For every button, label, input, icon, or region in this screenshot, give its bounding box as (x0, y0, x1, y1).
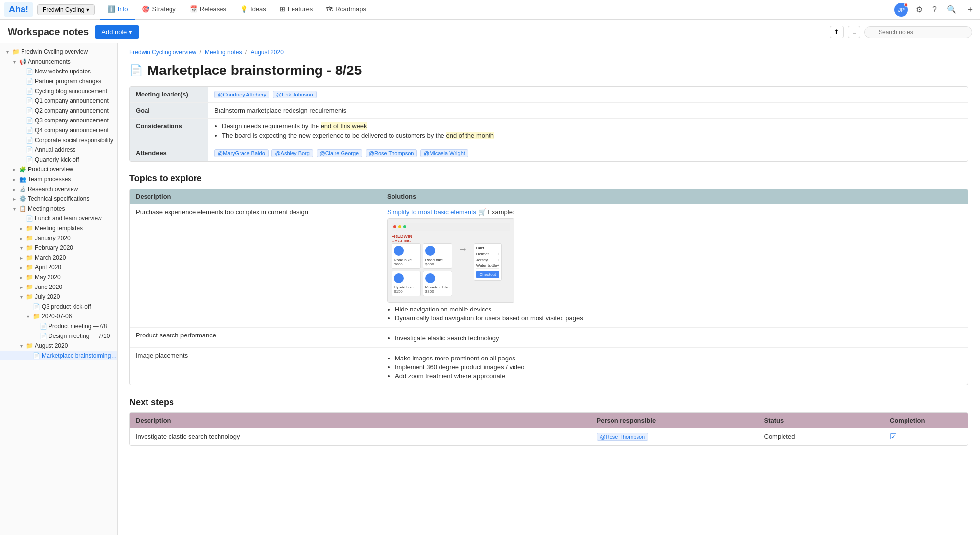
breadcrumb-part[interactable]: Meeting notes (205, 49, 242, 56)
sidebar-item[interactable]: ▸👥Team processes (0, 174, 117, 184)
tree-toggle[interactable]: ▾ (18, 343, 24, 349)
sidebar-item[interactable]: ▸📁April 2020 (0, 263, 117, 272)
sidebar-item[interactable]: 📄Marketplace brainstorming - 8/25 (0, 351, 117, 360)
goal-value: Brainstorm marketplace redesign requirem… (208, 103, 968, 119)
sidebar-item[interactable]: ▸📁June 2020 (0, 282, 117, 292)
tree-toggle[interactable]: ▸ (18, 236, 24, 241)
breadcrumb-part[interactable]: Fredwin Cycling overview (129, 49, 196, 56)
sidebar-item[interactable]: 📄Annual address (0, 145, 117, 155)
tree-toggle[interactable]: ▾ (11, 206, 18, 212)
tree-item-icon: 📁 (12, 48, 20, 55)
tree-toggle[interactable]: ▸ (18, 226, 24, 231)
meeting-attendees-row: Attendees @MaryGrace Baldo @Ashley Borg … (130, 145, 968, 162)
sidebar-item[interactable]: 📄Corporate social responsibility (0, 135, 117, 145)
sidebar-item[interactable]: 📄Cycling blog announcement (0, 86, 117, 96)
mock-product-name-1: Road bike (394, 258, 418, 262)
settings-button[interactable]: ⚙ (914, 3, 925, 16)
breadcrumb-part[interactable]: August 2020 (250, 49, 283, 56)
attendee-4[interactable]: @Rose Thompson (366, 149, 417, 157)
nav-item-strategy[interactable]: 🎯 Strategy (135, 0, 182, 20)
attendee-1[interactable]: @MaryGrace Baldo (214, 149, 269, 157)
sidebar-item[interactable]: ▾📁February 2020 (0, 243, 117, 253)
tree-item-label: Meeting notes (28, 205, 65, 212)
nav-item-features[interactable]: ⊞ Features (273, 0, 319, 20)
tree-toggle[interactable]: ▾ (18, 294, 24, 300)
nav-item-ideas[interactable]: 💡 Ideas (233, 0, 273, 20)
tree-item-label: Technical specifications (28, 195, 89, 202)
sidebar-item[interactable]: ▾📁August 2020 (0, 341, 117, 351)
page-header: Workspace notes Add note ▾ ⬆ ≡ (0, 20, 980, 43)
more-options-button[interactable]: ≡ (848, 26, 860, 38)
tree-item-label: May 2020 (35, 274, 61, 281)
sidebar-item[interactable]: 📄Q3 company announcement (0, 116, 117, 125)
tree-toggle[interactable]: ▸ (18, 265, 24, 270)
tree-toggle[interactable]: ▸ (11, 196, 18, 202)
sidebar-item[interactable]: 📄Q4 company announcement (0, 125, 117, 135)
mock-cart-item-jersey: Jersey+ (476, 257, 500, 263)
sidebar-item[interactable]: ▸🧩Product overview (0, 165, 117, 174)
sidebar-item[interactable]: 📄Quarterly kick-off (0, 155, 117, 165)
tree-item-icon: 📄 (26, 78, 33, 85)
sidebar-item[interactable]: ▸📁January 2020 (0, 233, 117, 243)
workspace-selector[interactable]: Fredwin Cycling ▾ (37, 4, 95, 15)
tree-toggle[interactable]: ▾ (4, 49, 11, 55)
sidebar-item[interactable]: 📄Design meeting — 7/10 (0, 331, 117, 341)
sidebar-item[interactable]: 📄New website updates (0, 67, 117, 76)
tree-toggle[interactable]: ▾ (18, 245, 24, 251)
tree-toggle[interactable]: ▾ (11, 59, 18, 65)
app-logo[interactable]: Aha! (4, 2, 33, 17)
nav-item-releases[interactable]: 📅 Releases (183, 0, 233, 20)
topics-sol-bullet-3-1: Make images more prominent on all pages (395, 355, 962, 362)
sidebar-item[interactable]: 📄Q3 product kick-off (0, 302, 117, 311)
attendee-3[interactable]: @Claire George (317, 149, 363, 157)
search-input[interactable] (864, 26, 972, 38)
tree-toggle[interactable]: ▸ (18, 275, 24, 280)
next-person-tag-1[interactable]: @Rose Thompson (597, 433, 649, 441)
sidebar-item[interactable]: 📄Q1 company announcement (0, 96, 117, 106)
share-button[interactable]: ⬆ (830, 26, 844, 38)
tree-item-label: Q3 product kick-off (42, 303, 91, 310)
sidebar-item[interactable]: 📄Q2 company announcement (0, 106, 117, 116)
features-nav-icon: ⊞ (280, 5, 285, 13)
tree-toggle[interactable]: ▸ (18, 285, 24, 290)
topics-desc-3: Image placements (130, 348, 381, 385)
sidebar: ▾📁Fredwin Cycling overview▾📢Announcement… (0, 43, 118, 535)
nav-item-roadmaps[interactable]: 🗺 Roadmaps (319, 0, 373, 20)
sidebar-item[interactable]: ▾📁July 2020 (0, 292, 117, 302)
sidebar-item[interactable]: 📄Lunch and learn overview (0, 214, 117, 223)
sidebar-item[interactable]: 📄Partner program changes (0, 76, 117, 86)
search-nav-button[interactable]: 🔍 (945, 3, 958, 16)
tree-toggle[interactable]: ▸ (18, 255, 24, 261)
sidebar-item[interactable]: ▸⚙️Technical specifications (0, 194, 117, 204)
sidebar-item[interactable]: ▾📋Meeting notes (0, 204, 117, 214)
tree-toggle[interactable]: ▸ (11, 177, 18, 182)
add-nav-button[interactable]: ＋ (964, 2, 976, 17)
sidebar-item[interactable]: ▸📁Meeting templates (0, 223, 117, 233)
sidebar-item[interactable]: ▸🔬Research overview (0, 184, 117, 194)
sidebar-item[interactable]: ▾📢Announcements (0, 57, 117, 67)
mock-dot-yellow (398, 225, 401, 228)
leader-tag-2[interactable]: @Erik Johnson (273, 91, 317, 98)
attendee-2[interactable]: @Ashley Borg (271, 149, 313, 157)
attendee-5[interactable]: @Micaela Wright (420, 149, 468, 157)
avatar[interactable]: JP (894, 3, 908, 17)
add-note-button[interactable]: Add note ▾ (95, 25, 139, 39)
sidebar-item[interactable]: ▸📁May 2020 (0, 272, 117, 282)
help-button[interactable]: ? (931, 3, 939, 16)
mock-content-row: Road bike $600 Road bike $600 (392, 243, 510, 298)
bullet-1-2: Dynamically load navigation for users ba… (395, 314, 962, 322)
nav-item-info[interactable]: ℹ️ Info (100, 0, 135, 20)
tree-item-icon: 📁 (26, 264, 33, 271)
sidebar-item[interactable]: ▾📁Fredwin Cycling overview (0, 47, 117, 57)
leader-tag-1[interactable]: @Courtney Attebery (214, 91, 270, 98)
sol-link-1[interactable]: Simplify to most basic elements (387, 208, 476, 216)
sidebar-item[interactable]: ▾📁2020-07-06 (0, 311, 117, 321)
mock-screenshot: FREDWINCYCLING Road bike $600 (387, 218, 514, 303)
completion-checkbox-1[interactable]: ☑ (890, 432, 897, 441)
sidebar-item[interactable]: ▸📁March 2020 (0, 253, 117, 263)
tree-toggle[interactable]: ▸ (11, 167, 18, 172)
meeting-considerations-row: Considerations Design needs requirements… (130, 119, 968, 145)
tree-toggle[interactable]: ▾ (24, 314, 31, 319)
tree-toggle[interactable]: ▸ (11, 187, 18, 192)
sidebar-item[interactable]: 📄Product meeting —7/8 (0, 321, 117, 331)
